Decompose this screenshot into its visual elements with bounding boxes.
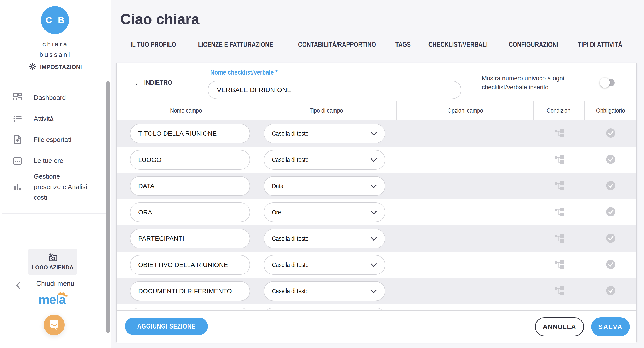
save-button[interactable]: SALVA [591,317,630,336]
check-circle-icon [606,154,616,165]
sidebar-divider-top [2,81,108,81]
avatar-initials: C B [44,15,66,25]
unique-number-toggle-label: Mostra numero univoco a ogni checklist/v… [482,74,585,92]
toggle-thumb [600,78,610,88]
camera-plus-icon [48,253,58,263]
checklist-editor-card: ← INDIETRO Nome checklist/verbale * Most… [116,63,636,342]
table-row: Casella di testo [116,147,636,173]
chevron-down-icon [370,235,377,242]
field-options-cell [397,120,534,147]
tab-tags[interactable]: TAGS [394,41,412,48]
sidebar: C B chiara bussani IMPOSTAZIONI [0,0,110,348]
checklist-name-label: Nome checklist/verbale * [210,68,290,76]
table-row: Casella di testo [116,120,636,147]
table-row: Data [116,173,636,199]
field-type-select[interactable]: Data [264,176,385,196]
unique-number-toggle[interactable] [601,79,615,86]
field-name-input[interactable] [130,255,250,275]
field-name-cell [116,199,256,225]
field-type-value: Casella di testo [272,261,309,269]
field-type-select[interactable]: Ore [264,202,385,222]
field-type-select[interactable]: Casella di testo [264,124,385,143]
tab-contabilita-rapportino[interactable]: CONTABILITÀ/RAPPORTINO [291,41,383,48]
conditions-cell[interactable] [534,278,585,304]
sidebar-divider-bottom [2,213,108,214]
sidebar-item-label: Gestione presenze e Analisi costi [34,171,88,203]
sidebar-item-label: Attività [34,113,54,124]
field-type-select[interactable] [264,308,385,310]
column-header-opzioni-campo: Opzioni campo [397,101,534,120]
tab-tipi-di-attivita[interactable]: TIPI DI ATTIVITÀ [574,41,626,48]
bar-chart-icon [13,182,22,192]
field-type-select[interactable]: Casella di testo [264,281,385,301]
required-cell[interactable] [585,252,636,278]
check-circle-icon [606,286,616,297]
logo-azienda-button[interactable]: LOGO AZIENDA [28,249,77,275]
field-name-input[interactable] [130,308,250,310]
conditions-cell[interactable] [534,225,585,252]
table-row-partial [116,304,636,310]
field-options-cell [397,225,534,252]
field-name-input[interactable] [130,229,250,248]
close-menu-button[interactable]: Chiudi menu [0,278,110,292]
back-label: INDIETRO [144,79,172,87]
table-row: Casella di testo [116,252,636,278]
column-header-condizioni: Condizioni [534,101,585,120]
required-cell[interactable] [585,199,636,225]
brand-logo: mela [38,292,74,307]
conditions-cell[interactable] [534,147,585,173]
chevron-down-icon [370,209,377,216]
field-type-cell: Casella di testo [256,278,397,304]
tab-checklist-verbali[interactable]: CHECKLIST/VERBALI [423,41,493,48]
field-name-input[interactable] [130,202,250,222]
field-name-input[interactable] [130,150,250,170]
table-header: Nome campo Tipo di campo Opzioni campo C… [116,101,636,120]
required-cell[interactable] [585,173,636,199]
field-name-input[interactable] [130,124,250,143]
back-button[interactable]: ← INDIETRO [134,79,178,87]
required-cell[interactable] [585,225,636,252]
sidebar-item-le-tue-ore[interactable]: Le tue ore [0,150,110,171]
conditions-cell[interactable] [534,252,585,278]
field-name-input[interactable] [130,176,250,196]
settings-button[interactable]: IMPOSTAZIONI [0,63,110,71]
field-type-select[interactable]: Casella di testo [264,150,385,170]
sidebar-item-file-esportati[interactable]: File esportati [0,129,110,150]
field-name-input[interactable] [130,281,250,301]
tab-licenze-e-fatturazione[interactable]: LICENZE E FATTURAZIONE [191,41,280,48]
sidebar-scrollbar-thumb[interactable] [106,81,110,333]
chevron-down-icon [370,288,377,295]
add-section-button[interactable]: AGGIUNGI SEZIONE [125,318,208,335]
field-name-cell [116,173,256,199]
sidebar-item-attivita[interactable]: Attività [0,108,110,129]
field-type-cell: Data [256,173,397,199]
required-cell[interactable] [585,120,636,147]
field-type-cell: Casella di testo [256,147,397,173]
avatar: C B [41,6,69,34]
sidebar-menu: Dashboard Attività [0,87,110,203]
cancel-button[interactable]: ANNULLA [535,317,584,336]
required-cell[interactable] [585,147,636,173]
checklist-name-input[interactable] [208,81,461,99]
conditions-cell[interactable] [534,199,585,225]
chevron-down-icon [370,130,377,137]
conditions-cell[interactable] [534,120,585,147]
conditions-tree-icon [554,207,564,217]
required-cell[interactable] [585,278,636,304]
conditions-cell[interactable] [534,173,585,199]
sidebar-item-gestione-presenze[interactable]: Gestione presenze e Analisi costi [0,171,110,203]
list-icon [13,114,22,123]
field-type-cell: Casella di testo [256,225,397,252]
field-type-value: Casella di testo [272,156,309,163]
tab-configurazioni[interactable]: CONFIGURAZIONI [504,41,563,48]
field-options-cell [397,199,534,225]
sidebar-item-dashboard[interactable]: Dashboard [0,87,110,108]
field-type-select[interactable]: Casella di testo [264,255,385,275]
chat-widget-button[interactable] [44,315,64,335]
field-options-cell [397,147,534,173]
gear-icon [29,63,36,71]
field-type-select[interactable]: Casella di testo [264,229,385,248]
tab-il-tuo-profilo[interactable]: IL TUO PROFILO [126,41,180,48]
column-header-obbligatorio: Obbligatorio [585,101,636,120]
sidebar-item-label: Dashboard [34,92,66,103]
